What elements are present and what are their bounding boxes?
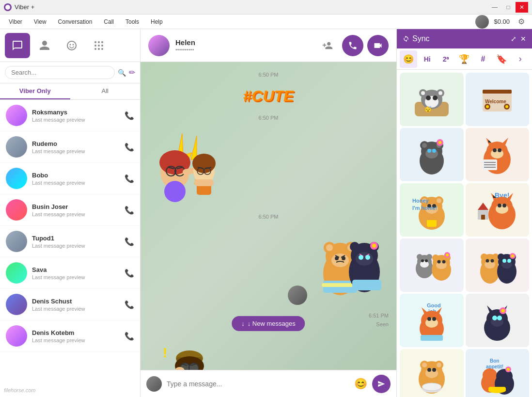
contact-item[interactable]: Sava Last message preview 📞 [0,257,140,289]
menu-conversation[interactable]: Conversation [53,16,97,27]
svg-point-8 [98,45,100,47]
svg-point-84 [438,91,442,95]
new-messages-label: ↓ New messages [248,320,296,327]
contact-item[interactable]: Denis Kotebm Last message preview 📞 [0,320,140,352]
new-messages-button[interactable]: ↓ ↓ New messages [232,316,305,331]
svg-point-153 [437,260,440,264]
menu-bar-right: $0.00 ⚙ [475,15,528,29]
title-bar-left: Viber + [4,3,34,11]
sticker-bon-appetit: Bon appetit! [475,354,519,397]
sticker-cell[interactable]: Honey I'm home! [400,183,464,237]
contact-msg: Last message preview [32,211,120,217]
chat-area: Helen •••••••••• 6:50 PM #CUTE [141,29,396,397]
contact-item[interactable]: Busin Joser Last message preview 📞 [0,194,140,226]
nav-chats-button[interactable] [5,33,30,58]
sticker-cat-emoji[interactable]: 😊 [400,50,417,68]
sticker-cat-2[interactable]: 2ᵃ [437,50,454,68]
svg-point-0 [5,5,10,10]
emoji-button[interactable]: 😊 [354,378,367,390]
close-button[interactable]: ✕ [516,2,528,13]
send-button[interactable] [372,375,391,393]
minimize-button[interactable]: — [488,2,501,13]
sticker-cell[interactable] [466,238,530,292]
sticker-cell[interactable]: 😴 [400,73,464,126]
menu-tools[interactable]: Tools [121,16,144,27]
sticker-cell[interactable]: Welcome [466,73,530,126]
nav-contacts-button[interactable] [32,33,57,58]
svg-point-154 [442,260,445,264]
svg-rect-182 [421,335,443,341]
angry-girl-svg [148,128,226,206]
svg-point-22 [164,181,186,202]
svg-point-3 [73,44,74,45]
sticker-cat-hash[interactable]: # [474,50,492,68]
watermark: filehorse.com [4,387,35,393]
edit-icon[interactable]: ✏ [129,68,135,77]
filter-viber-only[interactable]: Viber Only [0,83,70,99]
sticker-cat-next[interactable]: › [512,50,529,68]
contact-name: Tupod1 [32,235,120,242]
contact-info: Sava Last message preview [32,266,120,280]
svg-point-202 [422,383,441,391]
menu-help[interactable]: Help [146,16,168,27]
nav-stickers-button[interactable] [59,33,84,58]
sticker-cell[interactable] [466,128,530,181]
maximize-button[interactable]: □ [502,2,515,13]
filter-all[interactable]: All [70,83,141,99]
sticker-cell[interactable]: Bye! [466,183,530,237]
video-call-button[interactable] [367,35,389,56]
contact-item[interactable]: Roksmanys Last message preview 📞 [0,100,140,131]
contact-info: Denis Schust Last message preview [32,298,120,312]
svg-point-99 [425,149,438,159]
menu-view[interactable]: View [29,16,51,27]
svg-point-7 [94,45,96,47]
svg-marker-139 [478,203,488,210]
search-input[interactable] [5,66,115,79]
sticker-cell[interactable] [466,294,530,347]
message-input[interactable] [167,380,349,388]
sticker-bear-panther-small [475,243,519,287]
hashtag-message: #CUTE [148,87,389,105]
sticker-cell[interactable]: Bon appetit! [466,349,530,397]
window-controls: — □ ✕ [488,2,528,13]
sticker-message-left-2: ! [148,333,389,370]
sticker-cat-bookmark[interactable]: 🔖 [493,50,510,68]
contact-msg: Last message preview [32,148,120,154]
svg-point-135 [496,204,508,214]
voice-call-button[interactable] [342,35,363,56]
add-participant-button[interactable] [317,35,338,56]
contact-item[interactable]: Rudemo Last message preview 📞 [0,131,140,163]
panel-header-controls: ⤢ ✕ [511,35,526,43]
contact-item[interactable]: Denis Schust Last message preview 📞 [0,289,140,320]
sticker-cell[interactable]: Good job [400,294,464,347]
sticker-cat-trophy[interactable]: 🏆 [455,50,473,68]
settings-button[interactable]: ⚙ [515,15,528,29]
menu-call[interactable]: Call [99,16,119,27]
sticker-cell[interactable] [400,128,464,181]
message-time: 6:51 PM [369,313,389,318]
panel-close-icon[interactable]: ✕ [520,35,526,43]
contact-msg: Last message preview [32,243,120,249]
svg-point-111 [498,148,501,152]
menu-viber[interactable]: Viber [4,16,27,27]
contact-name: Denis Schust [32,298,120,305]
viber-icon: 📞 [125,269,134,278]
svg-point-65 [189,363,199,370]
svg-point-42 [342,256,345,260]
sticker-cat-hi[interactable]: Hi [418,50,436,68]
sticker-cell[interactable] [400,238,464,292]
panel-expand-icon[interactable]: ⤢ [511,35,516,43]
search-icon[interactable]: 🔍 [118,69,126,77]
svg-point-10 [94,48,96,50]
svg-point-196 [422,363,427,367]
contact-name: Rudemo [32,140,120,147]
contact-item[interactable]: Bobo Last message preview 📞 [0,163,140,194]
sticker-cell[interactable] [400,349,464,397]
window-title: Viber + [15,3,34,11]
contact-item[interactable]: Tupod1 Last message preview 📞 [0,226,140,257]
nav-more-button[interactable] [86,33,111,58]
svg-point-210 [507,368,510,371]
svg-point-200 [432,368,436,372]
svg-point-191 [501,309,505,313]
svg-point-146 [421,259,424,262]
